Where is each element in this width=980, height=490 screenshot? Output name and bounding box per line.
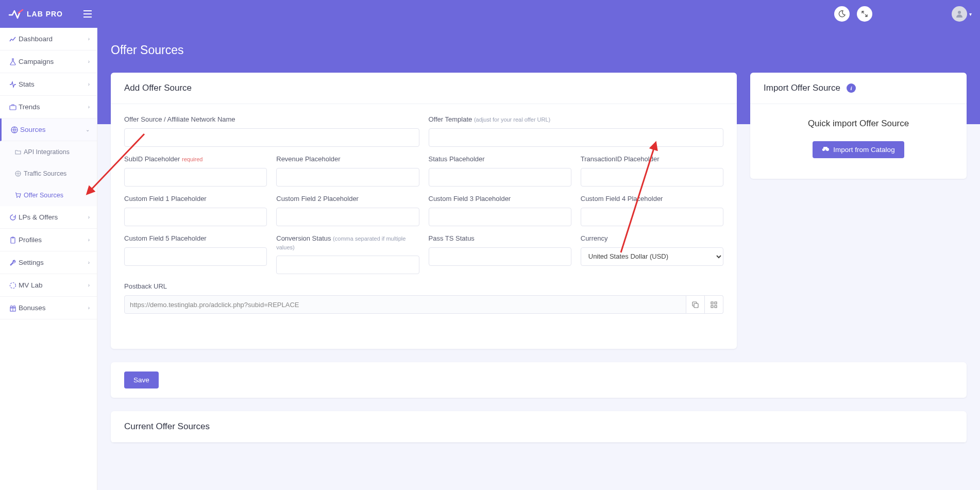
- status-label: Status Placeholder: [429, 155, 571, 164]
- sidebar-sub-traffic-sources[interactable]: Traffic Sources: [0, 163, 97, 184]
- chevron-right-icon: ›: [88, 305, 90, 311]
- fullscreen-toggle[interactable]: [857, 6, 872, 22]
- sidebar-item-label: MV Lab: [19, 281, 88, 289]
- chevron-down-icon: ▾: [969, 11, 972, 17]
- activity-icon: [7, 81, 19, 88]
- sidebar-item-label: Dashboard: [19, 35, 88, 43]
- svg-rect-11: [694, 303, 698, 308]
- topbar: LAB PRO ▾: [0, 0, 980, 28]
- cloud-download-icon: [822, 147, 829, 153]
- avatar-icon: [952, 6, 967, 22]
- sidebar-item-stats[interactable]: Stats ›: [0, 73, 97, 96]
- save-button[interactable]: Save: [124, 371, 159, 388]
- sidebar-item-mvlab[interactable]: MV Lab ›: [0, 274, 97, 297]
- svg-rect-15: [715, 306, 717, 308]
- circle-dash-icon: [7, 282, 19, 289]
- sidebar-item-settings[interactable]: Settings ›: [0, 251, 97, 274]
- postback-input[interactable]: [124, 295, 686, 314]
- svg-rect-6: [11, 238, 15, 243]
- chevron-right-icon: ›: [88, 214, 90, 220]
- postback-label: Postback URL: [124, 282, 723, 291]
- sidebar-item-label: Trends: [19, 103, 88, 111]
- import-subtitle: Quick import Offer Source: [764, 119, 953, 129]
- c4-label: Custom Field 4 Placeholder: [581, 195, 723, 204]
- txid-label: TransactionID Placeholder: [581, 155, 723, 164]
- folder-icon: [12, 149, 24, 155]
- chart-line-icon: [7, 36, 19, 43]
- svg-rect-14: [711, 306, 713, 308]
- chevron-right-icon: ›: [88, 282, 90, 288]
- revenue-label: Revenue Placeholder: [276, 155, 419, 164]
- c2-input[interactable]: [276, 208, 419, 226]
- svg-point-4: [16, 197, 18, 198]
- sidebar: Dashboard › Campaigns › Stats › Trends ›…: [0, 28, 97, 463]
- currency-select[interactable]: United States Dollar (USD): [581, 247, 723, 266]
- sidebar-item-label: LPs & Offers: [19, 213, 88, 221]
- globe-icon: [9, 126, 20, 133]
- sidebar-toggle[interactable]: [83, 10, 92, 18]
- sidebar-item-lps-offers[interactable]: LPs & Offers ›: [0, 206, 97, 229]
- conv-status-input[interactable]: [276, 256, 419, 274]
- current-offer-sources-card: Current Offer Sources: [111, 411, 967, 443]
- qr-button[interactable]: [705, 295, 723, 314]
- name-label: Offer Source / Affiliate Network Name: [124, 115, 419, 124]
- expand-icon: [861, 11, 868, 17]
- c1-label: Custom Field 1 Placeholder: [124, 195, 267, 204]
- c4-input[interactable]: [581, 208, 723, 226]
- status-input[interactable]: [429, 168, 571, 187]
- template-label: Offer Template (adjust for your real off…: [429, 115, 724, 124]
- c5-input[interactable]: [124, 247, 267, 266]
- page-title: Offer Sources: [111, 43, 967, 57]
- sidebar-item-bonuses[interactable]: Bonuses ›: [0, 297, 97, 319]
- sidebar-sub-offer-sources[interactable]: Offer Sources: [0, 184, 97, 206]
- sidebar-item-label: Bonuses: [19, 304, 88, 312]
- svg-rect-1: [10, 106, 16, 110]
- c1-input[interactable]: [124, 208, 267, 226]
- dark-mode-toggle[interactable]: [834, 6, 850, 22]
- template-input[interactable]: [429, 128, 724, 147]
- chevron-right-icon: ›: [88, 104, 90, 110]
- current-heading: Current Offer Sources: [111, 411, 967, 443]
- logo-icon: [8, 8, 25, 20]
- chevron-right-icon: ›: [88, 260, 90, 265]
- svg-point-5: [19, 197, 20, 198]
- sidebar-item-label: API Integrations: [24, 148, 90, 156]
- save-card: Save: [111, 362, 967, 398]
- chevron-down-icon: ⌄: [86, 127, 90, 132]
- copy-button[interactable]: [686, 295, 705, 314]
- chevron-right-icon: ›: [88, 36, 90, 42]
- sidebar-item-dashboard[interactable]: Dashboard ›: [0, 28, 97, 50]
- chevron-right-icon: ›: [88, 81, 90, 87]
- sidebar-item-profiles[interactable]: Profiles ›: [0, 229, 97, 251]
- svg-point-8: [10, 282, 16, 288]
- sidebar-item-sources[interactable]: Sources ⌄: [0, 119, 97, 141]
- subid-label: SubID Placeholder required: [124, 155, 267, 164]
- currency-label: Currency: [581, 234, 723, 243]
- hamburger-icon: [83, 10, 92, 18]
- sidebar-sub-api-integrations[interactable]: API Integrations: [0, 141, 97, 163]
- name-input[interactable]: [124, 128, 419, 147]
- pass-ts-input[interactable]: [429, 247, 571, 266]
- sidebar-item-label: Sources: [20, 126, 86, 133]
- import-catalog-button[interactable]: Import from Catalog: [813, 141, 904, 158]
- subid-input[interactable]: [124, 168, 267, 187]
- logo: LAB PRO: [8, 8, 63, 20]
- info-icon[interactable]: i: [847, 83, 856, 93]
- c3-input[interactable]: [429, 208, 571, 226]
- chevron-right-icon: ›: [88, 59, 90, 64]
- sidebar-item-label: Traffic Sources: [24, 170, 90, 177]
- qr-icon: [711, 301, 717, 308]
- card-heading: Add Offer Source: [111, 73, 737, 104]
- sidebar-item-label: Settings: [19, 259, 88, 266]
- sidebar-submenu-sources: API Integrations Traffic Sources Offer S…: [0, 141, 97, 206]
- svg-rect-12: [711, 302, 713, 304]
- svg-point-0: [958, 11, 961, 14]
- user-menu[interactable]: ▾: [952, 6, 972, 22]
- revenue-input[interactable]: [276, 168, 419, 187]
- import-offer-source-card: Import Offer Source i Quick import Offer…: [750, 73, 967, 179]
- briefcase-icon: [7, 104, 19, 111]
- txid-input[interactable]: [581, 168, 723, 187]
- sidebar-item-label: Stats: [19, 80, 88, 88]
- sidebar-item-campaigns[interactable]: Campaigns ›: [0, 50, 97, 73]
- sidebar-item-trends[interactable]: Trends ›: [0, 96, 97, 119]
